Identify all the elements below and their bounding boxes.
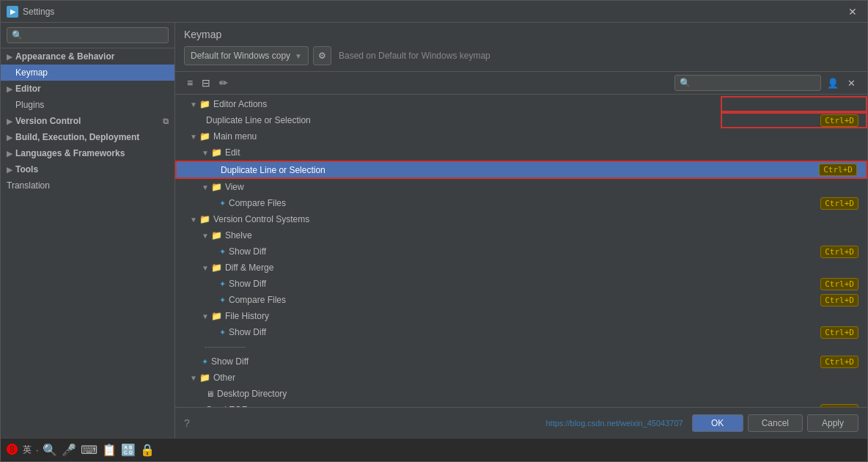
expand-arrow[interactable]: ▼ [190,133,197,141]
folder-icon: 📁 [199,99,210,109]
cancel-button[interactable]: Cancel [748,414,803,432]
expand-arrow[interactable]: ▼ [190,216,197,224]
panel-header: Keymap Default for Windows copy ▼ ⚙ Base… [175,23,867,72]
folder-icon: 📁 [199,373,210,383]
tree-row[interactable]: ▼ 📁 Shelve [175,227,867,243]
action-icon: ✦ [219,199,226,208]
ok-button[interactable]: OK [692,414,743,432]
sidebar-item-editor[interactable]: ▶ Editor [1,81,174,97]
tree-item-label: Editor Actions [213,99,858,109]
tree-row[interactable]: Send EOF Ctrl+D [175,402,867,407]
arrow-icon: ▶ [7,117,12,125]
tree-item-label: Duplicate Line or Selection [206,115,820,125]
tree-row[interactable]: ▼ 📁 Main menu [175,128,867,144]
sidebar-item-label: Keymap [15,67,48,78]
dropdown-label: Default for Windows copy [191,51,290,61]
tree-row[interactable]: ▼ 📁 View [175,179,867,195]
sidebar-search-input[interactable] [7,27,169,43]
monitor-icon: 🖥 [206,389,214,398]
close-button[interactable]: ✕ [844,4,861,19]
tree-row[interactable]: ▼ 📁 Other [175,370,867,386]
sidebar-item-label: Tools [15,164,38,175]
separator-row: -------------- [175,340,867,353]
expand-arrow[interactable]: ▼ [202,149,209,157]
tree-row[interactable]: ✦ Compare Files Ctrl+D [175,195,867,211]
sidebar-item-keymap[interactable]: Keymap [1,65,174,81]
expand-arrow[interactable]: ▼ [202,312,209,320]
taskbar-search-icon[interactable]: 🔍 [43,443,57,457]
chevron-down-icon: ▼ [295,52,302,60]
based-on-text: Based on Default for Windows keymap [339,51,490,61]
sidebar-item-appearance[interactable]: ▶ Appearance & Behavior [1,48,174,65]
arrow-icon: ▶ [7,85,12,93]
expand-arrow[interactable]: ▼ [202,264,209,272]
tree-row[interactable]: ▼ 📁 Version Control Systems [175,211,867,227]
expand-arrow[interactable]: ▼ [190,374,197,382]
tree-row[interactable]: ▼ 📁 File History [175,308,867,324]
help-button[interactable]: ? [184,417,190,429]
panel-title: Keymap [184,29,858,40]
tree-row[interactable]: ▼ 📁 Diff & Merge [175,260,867,276]
shortcut-badge: Ctrl+D [820,326,858,339]
tree-row[interactable]: ▼ 📁 Edit [175,144,867,161]
sidebar-item-label: Appearance & Behavior [15,51,114,62]
tree-search-input[interactable] [674,75,821,91]
expand-arrow[interactable]: ▼ [202,183,209,191]
tree-item-label: Compare Files [229,198,820,208]
expand-arrow[interactable]: ▼ [202,232,209,240]
tree-row[interactable]: ▼ 📁 Editor Actions [175,96,867,112]
tree-item-label: Shelve [225,230,858,241]
tree-row[interactable]: ✦ Show Diff Ctrl+D [175,243,867,260]
taskbar-keyboard-icon[interactable]: ⌨ [81,443,98,457]
tree-row[interactable]: Duplicate Line or Selection Ctrl+D [175,161,867,179]
tree-row[interactable]: ✦ Compare Files Ctrl+D [175,292,867,308]
arrow-icon: ▶ [7,150,12,158]
tree-row[interactable]: ✦ Show Diff Ctrl+D [175,276,867,292]
right-panel: Keymap Default for Windows copy ▼ ⚙ Base… [175,23,867,438]
action-toolbar: ≡ ⊟ ✏ 👤 ✕ [175,72,867,95]
taskbar-lock-icon[interactable]: 🔒 [140,443,155,457]
gear-button[interactable]: ⚙ [313,46,331,65]
settings-window: ▶ Settings ✕ ▶ Appearance & Behavior Key… [0,0,868,462]
tree-row[interactable]: ✦ Show Diff Ctrl+D [175,353,867,370]
folder-icon: 📁 [211,311,222,321]
tree-container: ▼ 📁 Editor Actions Duplicate Line or Sel… [175,95,867,407]
arrow-icon: ▶ [7,133,12,142]
action-icon: ✦ [219,296,226,305]
sidebar-item-label: Languages & Frameworks [15,148,125,158]
sidebar-item-languages[interactable]: ▶ Languages & Frameworks [1,145,174,161]
taskbar-mic-icon[interactable]: 🎤 [62,443,76,457]
collapse-all-button[interactable]: ⊟ [199,76,213,90]
apply-button[interactable]: Apply [807,414,858,432]
titlebar: ▶ Settings ✕ [1,1,867,23]
taskbar-sougou-icon[interactable]: 🅢 [7,444,18,457]
sidebar-item-plugins[interactable]: Plugins [1,97,174,113]
tree-row[interactable]: 🖥 Desktop Directory [175,386,867,402]
tree-row[interactable]: ✦ Show Diff Ctrl+D [175,324,867,340]
keymap-dropdown[interactable]: Default for Windows copy ▼ [184,46,309,65]
footer: ? https://blog.csdn.net/weixin_45043707 … [175,407,867,438]
url-text: https://blog.csdn.net/weixin_45043707 [546,419,683,428]
edit-button[interactable]: ✏ [216,76,231,90]
sidebar-item-version-control[interactable]: ▶ Version Control ⧉ [1,113,174,129]
sidebar-item-build[interactable]: ▶ Build, Execution, Deployment [1,129,174,145]
taskbar-font-icon[interactable]: 🔠 [121,443,136,457]
taskbar-clipboard-icon[interactable]: 📋 [102,443,117,457]
gear-icon: ⚙ [318,51,326,61]
find-usages-button[interactable]: 👤 [824,76,842,90]
sidebar-item-label: Build, Execution, Deployment [15,132,139,142]
close-search-button[interactable]: ✕ [845,76,858,90]
shortcut-badge: Ctrl+D [820,197,858,210]
tree-item-label: Send EOF [206,405,820,407]
folder-icon: 📁 [211,147,222,158]
sidebar-item-translation[interactable]: Translation [1,177,174,194]
keymap-toolbar: Default for Windows copy ▼ ⚙ Based on De… [184,46,858,65]
sidebar-item-tools[interactable]: ▶ Tools [1,161,174,177]
expand-arrow[interactable]: ▼ [190,100,197,109]
taskbar-lang-icon[interactable]: 英 [23,444,32,456]
expand-all-button[interactable]: ≡ [184,76,196,90]
shortcut-badge: Ctrl+D [820,114,858,127]
tree-item-label: Compare Files [229,295,820,305]
tree-item-label: Main menu [213,131,858,142]
tree-row[interactable]: Duplicate Line or Selection Ctrl+D [175,112,867,128]
